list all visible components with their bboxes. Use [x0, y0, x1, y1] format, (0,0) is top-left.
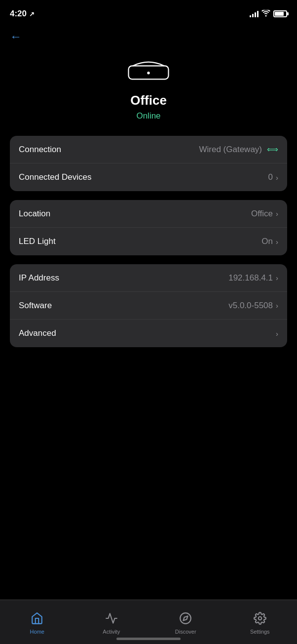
network-section: IP Address 192.168.4.1 › Software v5.0.0… — [10, 264, 287, 347]
status-bar: 4:20 ↗ — [0, 0, 297, 25]
activity-icon — [105, 612, 118, 627]
chevron-icon: › — [276, 238, 278, 246]
battery-icon — [273, 10, 287, 17]
svg-point-1 — [147, 72, 149, 74]
home-tab-label: Home — [30, 629, 44, 635]
svg-point-4 — [259, 617, 262, 620]
location-label: Location — [19, 209, 50, 219]
activity-tab-label: Activity — [103, 629, 120, 635]
software-row[interactable]: Software v5.0.0-5508 › — [10, 292, 287, 320]
led-light-value: On › — [261, 237, 278, 246]
back-arrow-icon: ← — [10, 30, 22, 43]
settings-sections: Connection Wired (Gateway) ⟺ Connected D… — [0, 136, 297, 347]
home-indicator — [116, 638, 181, 640]
device-header: Office Online — [0, 46, 297, 136]
device-icon — [126, 56, 171, 85]
advanced-label: Advanced — [19, 328, 56, 338]
software-value: v5.0.0-5508 › — [228, 301, 278, 311]
device-status: Online — [136, 111, 160, 121]
led-light-row[interactable]: LED Light On › — [10, 228, 287, 255]
location-icon: ↗ — [29, 10, 35, 18]
device-name: Office — [130, 93, 167, 108]
chevron-icon: › — [276, 301, 278, 310]
settings-icon — [254, 612, 266, 627]
connection-section: Connection Wired (Gateway) ⟺ Connected D… — [10, 136, 287, 191]
advanced-row[interactable]: Advanced › — [10, 320, 287, 347]
connection-label: Connection — [19, 145, 61, 155]
tab-settings[interactable]: Settings — [223, 612, 297, 635]
status-icons — [250, 10, 287, 18]
location-section: Location Office › LED Light On › — [10, 200, 287, 255]
location-row[interactable]: Location Office › — [10, 200, 287, 228]
connection-value: Wired (Gateway) ⟺ — [199, 145, 278, 155]
connected-devices-row[interactable]: Connected Devices 0 › — [10, 163, 287, 191]
svg-marker-3 — [184, 616, 188, 620]
software-label: Software — [19, 301, 52, 311]
chevron-icon: › — [276, 274, 278, 282]
led-light-label: LED Light — [19, 237, 56, 246]
chevron-icon: › — [276, 173, 278, 182]
chevron-icon: › — [276, 209, 278, 218]
ip-address-value: 192.168.4.1 › — [228, 273, 278, 283]
tab-home[interactable]: Home — [0, 612, 74, 635]
connection-row[interactable]: Connection Wired (Gateway) ⟺ — [10, 136, 287, 163]
signal-strength-icon — [250, 10, 259, 17]
connection-type-icon: ⟺ — [267, 145, 278, 154]
ip-address-row[interactable]: IP Address 192.168.4.1 › — [10, 264, 287, 292]
discover-icon — [179, 612, 192, 627]
advanced-value: › — [276, 329, 278, 338]
time-display: 4:20 — [10, 9, 27, 19]
router-icon — [126, 56, 171, 83]
location-value: Office › — [251, 209, 278, 219]
status-time: 4:20 ↗ — [10, 9, 35, 19]
tab-discover[interactable]: Discover — [148, 612, 223, 635]
connected-devices-label: Connected Devices — [19, 172, 91, 182]
tab-activity[interactable]: Activity — [74, 612, 149, 635]
ip-address-label: IP Address — [19, 273, 59, 283]
back-button[interactable]: ← — [0, 25, 297, 46]
wifi-icon — [261, 10, 270, 18]
chevron-icon: › — [276, 329, 278, 338]
settings-tab-label: Settings — [250, 629, 270, 635]
connected-devices-value: 0 › — [268, 172, 278, 182]
discover-tab-label: Discover — [175, 629, 196, 635]
svg-point-2 — [180, 613, 191, 624]
home-icon — [31, 612, 43, 627]
